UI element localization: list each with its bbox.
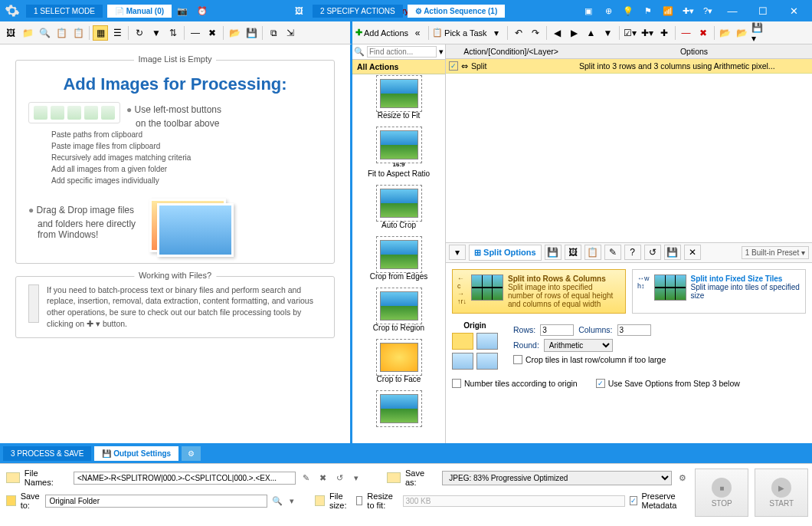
dropdown-icon[interactable]: ▾ xyxy=(489,25,504,41)
step1-tab[interactable]: 1 SELECT MODE xyxy=(26,5,103,18)
mode-fixed-tiles[interactable]: ↔wh↕ Split into Fixed Size Tiles Split i… xyxy=(632,269,806,314)
open-seq-icon[interactable]: 📂 xyxy=(718,25,733,41)
opts-close-icon[interactable]: ✕ xyxy=(684,245,701,260)
pick-task-icon[interactable]: 📋 xyxy=(432,28,443,38)
saveas-gear-icon[interactable]: ⚙ xyxy=(676,472,689,484)
settings-gear-icon[interactable] xyxy=(3,2,21,20)
up-icon[interactable]: ▲ xyxy=(584,25,599,41)
action-crop-edges[interactable]: Crop from Edges xyxy=(352,235,445,287)
row-checkbox[interactable]: ✓ xyxy=(449,61,458,71)
camera-icon[interactable]: 📷 xyxy=(173,2,192,19)
help-icon[interactable]: ?▾ xyxy=(699,2,717,19)
sequence-tab[interactable]: ⚙ Action Sequence (1) xyxy=(408,5,506,18)
options-dropdown-icon[interactable]: ▾ xyxy=(449,245,466,260)
sort-icon[interactable]: ⇅ xyxy=(165,25,181,41)
check-icon[interactable]: ☑▾ xyxy=(623,25,638,41)
manual-tab[interactable]: 📄 Manual (0) xyxy=(107,5,172,18)
saveto-dropdown-icon[interactable]: ▾ xyxy=(287,495,296,507)
save-list-icon[interactable]: 💾 xyxy=(244,25,259,41)
paste-path-icon[interactable]: 📋 xyxy=(70,25,86,41)
reset-icon[interactable]: ↺ xyxy=(644,245,661,260)
bulb-icon[interactable]: 💡 xyxy=(619,2,637,19)
fn-edit-icon[interactable]: ✎ xyxy=(300,472,313,484)
sequence-row-split[interactable]: ✓ ⇔ Split Split into 3 rows and 3 column… xyxy=(446,59,812,74)
saveto-browse-icon[interactable]: 🔍 xyxy=(272,495,283,507)
action-more[interactable] xyxy=(352,390,445,432)
paste-image-icon[interactable]: 📋 xyxy=(54,25,69,41)
action-list[interactable]: Resize to Fit 16:9Fit to Aspect Ratio Au… xyxy=(352,74,445,443)
prev-icon[interactable]: ◀ xyxy=(550,25,565,41)
undo-icon[interactable]: ↶ xyxy=(511,25,526,41)
action-fit-aspect[interactable]: 16:9Fit to Aspect Ratio xyxy=(352,126,445,184)
copy-opts-icon[interactable]: 📋 xyxy=(584,245,601,260)
origin-bl[interactable] xyxy=(452,353,473,370)
rows-input[interactable] xyxy=(540,324,574,336)
minimize-button[interactable]: — xyxy=(717,0,748,21)
globe-icon[interactable]: ⊕ xyxy=(599,2,617,19)
step3-tab[interactable]: 3 PROCESS & SAVE xyxy=(3,446,91,461)
fn-clear-icon[interactable]: ✖ xyxy=(317,472,329,484)
fn-reset-icon[interactable]: ↺ xyxy=(334,472,346,484)
preset-selector[interactable]: 1 Built-in Preset ▾ xyxy=(742,246,809,259)
refresh-icon[interactable]: ↻ xyxy=(132,25,147,41)
add-action-icon[interactable]: ✚▾ xyxy=(640,25,655,41)
remove-icon[interactable]: — xyxy=(188,25,203,41)
flag-icon[interactable]: ⚑ xyxy=(639,2,657,19)
filenames-input[interactable] xyxy=(74,472,296,485)
saveas-select[interactable]: JPEG: 83% Progressive Optimized xyxy=(442,471,672,485)
clear-icon[interactable]: ✖ xyxy=(205,25,220,41)
crop-tiles-checkbox[interactable] xyxy=(513,355,522,364)
add-recursive-icon[interactable]: 🔍 xyxy=(37,25,52,41)
list-view-icon[interactable]: ☰ xyxy=(110,25,125,41)
save-seq-icon[interactable]: 💾▾ xyxy=(751,25,767,41)
monitor-icon[interactable]: ▣ xyxy=(579,2,598,19)
opts-help-icon[interactable]: ? xyxy=(624,245,641,260)
copy-icon[interactable]: ⧉ xyxy=(266,25,281,41)
cols-input[interactable] xyxy=(617,324,651,336)
filter-icon[interactable]: ▼ xyxy=(149,25,164,41)
start-button[interactable]: ▶ START xyxy=(755,468,808,517)
thumbnails-view-icon[interactable]: ▦ xyxy=(93,25,108,41)
save-preset-icon[interactable]: 💾 xyxy=(545,245,562,260)
origin-tl[interactable] xyxy=(452,333,473,350)
next-icon[interactable]: ▶ xyxy=(567,25,582,41)
add-group-icon[interactable]: ✚ xyxy=(656,25,672,41)
plus-icon[interactable]: ✚▾ xyxy=(679,2,697,19)
picture-icon[interactable]: 🖼 xyxy=(290,2,308,19)
action-crop-face[interactable]: Crop to Face xyxy=(352,338,445,390)
action-auto-crop[interactable]: Auto Crop xyxy=(352,184,445,235)
script-icon[interactable]: ✎ xyxy=(604,245,621,260)
action-crop-region[interactable]: Crop to Region xyxy=(352,287,445,338)
wifi-icon[interactable]: 📶 xyxy=(659,2,677,19)
all-actions-tab[interactable]: All Actions xyxy=(352,60,445,74)
output-settings-tab[interactable]: 💾 Output Settings xyxy=(94,446,178,461)
export-icon[interactable]: ⇲ xyxy=(283,25,298,41)
open-list-icon[interactable]: 📂 xyxy=(227,25,242,41)
round-select[interactable]: Arithmetic xyxy=(544,339,613,352)
add-folder-icon[interactable]: 📁 xyxy=(20,25,35,41)
fn-dropdown-icon[interactable]: ▾ xyxy=(350,472,362,484)
add-images-icon[interactable]: 🖼 xyxy=(3,25,18,41)
preserve-checkbox[interactable]: ✓ xyxy=(630,496,637,505)
find-action-input[interactable] xyxy=(367,46,437,58)
use-save-checkbox[interactable]: ✓ xyxy=(596,379,605,388)
stop-button[interactable]: ■ STOP xyxy=(695,468,748,517)
pick-task-label[interactable]: Pick a Task xyxy=(444,28,486,38)
close-button[interactable]: ✕ xyxy=(778,0,809,21)
down-icon[interactable]: ▼ xyxy=(601,25,616,41)
clock-icon[interactable]: ⏰ xyxy=(193,2,211,19)
redo-icon[interactable]: ↷ xyxy=(528,25,543,41)
action-resize-to-fit[interactable]: Resize to Fit xyxy=(352,74,445,126)
saveto-input[interactable] xyxy=(45,495,267,508)
preview-icon[interactable]: 🖼 xyxy=(565,245,581,260)
remove-action-icon[interactable]: — xyxy=(679,25,694,41)
mode-rows-cols[interactable]: ← c →↑r↓ Split into Rows & Columns Split… xyxy=(452,269,626,314)
collapse-icon[interactable]: « xyxy=(410,25,425,41)
number-tiles-checkbox[interactable] xyxy=(452,379,461,388)
opts-save-icon[interactable]: 💾 xyxy=(664,245,681,260)
append-seq-icon[interactable]: 📂 xyxy=(735,25,750,41)
clear-actions-icon[interactable]: ✖ xyxy=(696,25,711,41)
find-dropdown-icon[interactable]: ▾ xyxy=(439,47,444,57)
origin-tr[interactable] xyxy=(476,333,498,350)
resize-checkbox[interactable] xyxy=(356,496,363,505)
